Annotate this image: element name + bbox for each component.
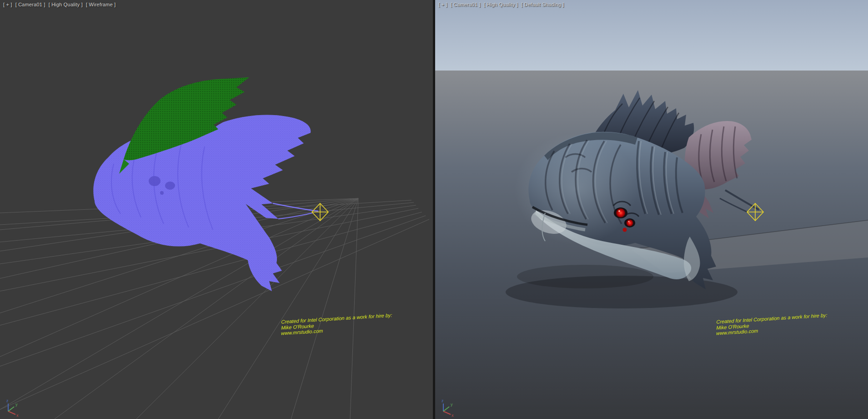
viewport-menu-quality[interactable]: [ High Quality ] <box>49 2 83 7</box>
viewport-menu-quality[interactable]: [ High Quality ] <box>484 2 518 7</box>
svg-text:x: x <box>452 413 454 417</box>
viewport-menu-shading[interactable]: [ Default Shading ] <box>521 2 564 7</box>
svg-text:y: y <box>15 402 18 407</box>
svg-text:y: y <box>451 402 453 407</box>
world-axis-tripod-icon: z x y <box>437 397 457 417</box>
environment-sky <box>435 0 868 71</box>
svg-text:z: z <box>442 399 444 403</box>
wireframe-scene-canvas <box>0 0 433 419</box>
svg-text:z: z <box>6 399 9 403</box>
svg-text:x: x <box>16 413 19 417</box>
viewport-label: [ + ] [ Camera01 ] [ High Quality ] [ De… <box>438 2 564 7</box>
viewport-menu-camera[interactable]: [ Camera01 ] <box>15 2 45 7</box>
viewport-wireframe[interactable]: [ + ] [ Camera01 ] [ High Quality ] [ Wi… <box>0 0 433 419</box>
viewport-label: [ + ] [ Camera01 ] [ High Quality ] [ Wi… <box>3 2 116 7</box>
viewport-shaded[interactable]: [ + ] [ Camera01 ] [ High Quality ] [ De… <box>435 0 868 419</box>
viewport-menu-shading[interactable]: [ Wireframe ] <box>86 2 116 7</box>
shaded-scene-canvas <box>435 0 868 419</box>
application-window: [ + ] [ Camera01 ] [ High Quality ] [ Wi… <box>0 0 868 419</box>
world-axis-tripod-icon: z x y <box>2 397 21 417</box>
viewport-menu-camera[interactable]: [ Camera01 ] <box>451 2 481 7</box>
viewport-menu-general[interactable]: [ + ] <box>3 2 12 7</box>
viewport-menu-general[interactable]: [ + ] <box>438 2 447 7</box>
